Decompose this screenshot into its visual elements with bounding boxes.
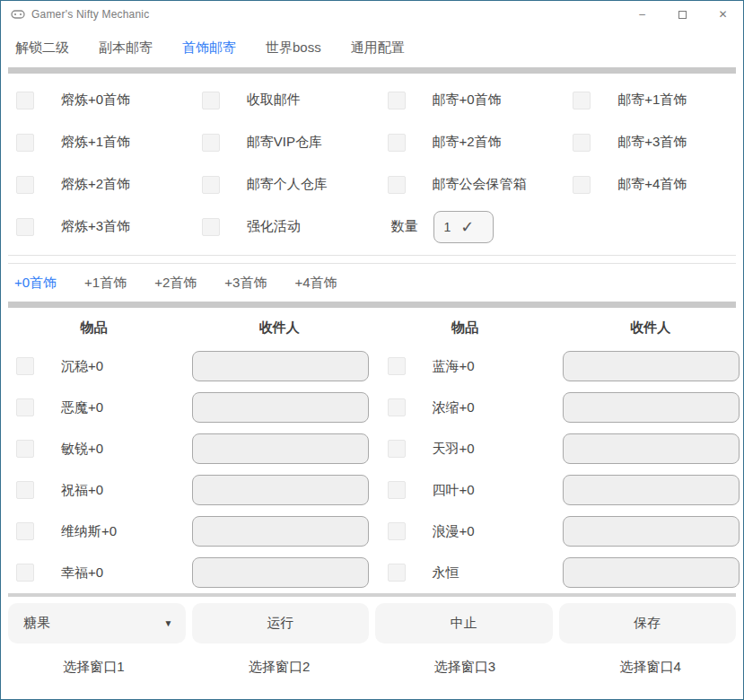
footer-actions: 糖果 ▼ 运行 中止 保存 (8, 603, 736, 643)
item-label: 浓缩+0 (433, 399, 475, 416)
item-type-dropdown[interactable]: 糖果 ▼ (8, 603, 186, 643)
checkbox-enhance-event[interactable] (202, 218, 220, 236)
checkbox-label: 邮寄+0首饰 (433, 92, 502, 109)
tab-world-boss[interactable]: 世界boss (266, 39, 321, 57)
checkbox-label: 强化活动 (247, 218, 301, 235)
checkbox-smelt-1[interactable] (16, 134, 34, 152)
subtab-plus0[interactable]: +0首饰 (14, 275, 57, 292)
separator-bar-thin (8, 593, 736, 597)
checkbox-label: 邮寄VIP仓库 (247, 134, 322, 151)
item-label: 幸福+0 (61, 564, 103, 582)
tab-dungeon-mail[interactable]: 副本邮寄 (99, 39, 153, 57)
main-tab-bar: 解锁二级 副本邮寄 首饰邮寄 世界boss 通用配置 (1, 28, 743, 67)
subtab-plus1[interactable]: +1首饰 (84, 275, 127, 292)
select-window-1[interactable]: 选择窗口1 (1, 659, 187, 676)
checkbox-mail-0[interactable] (388, 92, 406, 109)
recipient-input[interactable] (563, 351, 740, 381)
subtab-plus4[interactable]: +4首饰 (294, 275, 337, 292)
recipient-input[interactable] (192, 475, 369, 505)
window-selector-row: 选择窗口1 选择窗口2 选择窗口3 选择窗口4 (1, 643, 743, 690)
item-label: 永恒 (433, 564, 460, 582)
recipient-input[interactable] (192, 351, 369, 381)
recipient-input[interactable] (563, 433, 740, 464)
options-row: 熔炼+3首饰 强化活动 数量 1 ✓ (1, 206, 743, 248)
checkbox-item[interactable] (16, 481, 34, 499)
checkbox-item[interactable] (388, 564, 406, 582)
recipient-input[interactable] (192, 516, 369, 547)
checkbox-smelt-3[interactable] (16, 218, 34, 236)
column-header-item: 物品 (1, 319, 187, 337)
checkbox-item[interactable] (16, 522, 34, 540)
recipient-input[interactable] (192, 433, 369, 464)
mail-row: 沉稳+0 蓝海+0 (1, 346, 743, 387)
checkbox-label: 邮寄+4首饰 (617, 176, 687, 193)
tab-jewelry-mail[interactable]: 首饰邮寄 (182, 39, 236, 57)
select-window-3[interactable]: 选择窗口3 (372, 659, 558, 676)
checkbox-smelt-2[interactable] (16, 176, 34, 194)
checkbox-item[interactable] (16, 564, 34, 582)
mail-table-header: 物品 收件人 物品 收件人 (1, 310, 743, 346)
column-header-item: 物品 (372, 319, 558, 337)
checkbox-label: 收取邮件 (247, 92, 301, 109)
minimize-icon[interactable]: – (622, 1, 662, 28)
app-gamepad-icon (11, 7, 25, 22)
checkbox-item[interactable] (16, 357, 34, 375)
maximize-icon[interactable] (662, 1, 703, 28)
app-window: Gamer's Nifty Mechanic – ✕ 解锁二级 副本邮寄 首饰邮… (0, 0, 744, 700)
select-window-2[interactable]: 选择窗口2 (187, 659, 372, 676)
checkbox-label: 邮寄+1首饰 (617, 92, 687, 109)
recipient-input[interactable] (563, 557, 740, 588)
checkbox-item[interactable] (388, 522, 406, 540)
checkbox-item[interactable] (388, 440, 406, 458)
item-label: 祝福+0 (61, 482, 103, 499)
run-button[interactable]: 运行 (192, 603, 370, 643)
recipient-input[interactable] (563, 475, 740, 505)
options-row: 熔炼+2首饰 邮寄个人仓库 邮寄公会保管箱 邮寄+4首饰 (1, 163, 743, 206)
checkbox-mail-2[interactable] (388, 134, 406, 152)
subtab-plus2[interactable]: +2首饰 (154, 275, 197, 292)
checkbox-item[interactable] (388, 357, 406, 375)
quantity-label: 数量 (391, 218, 418, 235)
checkbox-mail-vip-storage[interactable] (202, 134, 220, 152)
checkbox-mail-personal-storage[interactable] (202, 176, 220, 194)
checkbox-mail-guild-box[interactable] (388, 176, 406, 194)
save-button[interactable]: 保存 (559, 603, 737, 643)
checkbox-mail-4[interactable] (573, 176, 591, 194)
recipient-input[interactable] (563, 392, 740, 423)
checkbox-item[interactable] (16, 398, 34, 416)
tab-unlock-secondary[interactable]: 解锁二级 (15, 39, 69, 57)
recipient-input[interactable] (192, 557, 369, 588)
item-label: 浪漫+0 (433, 523, 475, 540)
subtab-plus3[interactable]: +3首饰 (224, 275, 267, 292)
checkbox-item[interactable] (388, 398, 406, 416)
window-controls: – ✕ (622, 1, 743, 28)
item-label: 天羽+0 (433, 441, 475, 458)
checkbox-collect-mail[interactable] (202, 92, 220, 109)
item-label: 四叶+0 (433, 482, 475, 499)
stop-button[interactable]: 中止 (375, 603, 553, 643)
checkbox-mail-1[interactable] (573, 92, 591, 109)
options-row: 熔炼+1首饰 邮寄VIP仓库 邮寄+2首饰 邮寄+3首饰 (1, 121, 743, 163)
chevron-down-icon: ▼ (164, 618, 173, 628)
item-label: 维纳斯+0 (61, 523, 117, 540)
options-row: 熔炼+0首饰 收取邮件 邮寄+0首饰 邮寄+1首饰 (1, 79, 743, 121)
options-section: 熔炼+0首饰 收取邮件 邮寄+0首饰 邮寄+1首饰 熔炼+1首饰 邮寄VIP仓库… (1, 74, 743, 251)
select-window-4[interactable]: 选择窗口4 (557, 659, 743, 676)
checkbox-smelt-0[interactable] (16, 92, 34, 109)
checkbox-item[interactable] (388, 481, 406, 499)
column-header-recipient: 收件人 (187, 319, 372, 337)
checkbox-item[interactable] (16, 440, 34, 458)
tab-general-config[interactable]: 通用配置 (351, 39, 405, 57)
close-icon[interactable]: ✕ (703, 1, 743, 28)
quantity-selector[interactable]: 1 ✓ (433, 211, 494, 243)
recipient-input[interactable] (192, 392, 369, 423)
checkbox-mail-3[interactable] (573, 134, 591, 152)
title-bar: Gamer's Nifty Mechanic – ✕ (1, 1, 743, 28)
double-divider (8, 255, 736, 264)
item-label: 恶魔+0 (61, 399, 103, 416)
mail-row: 恶魔+0 浓缩+0 (1, 387, 743, 428)
item-label: 敏锐+0 (61, 441, 103, 458)
checkbox-label: 邮寄+3首饰 (617, 134, 687, 151)
recipient-input[interactable] (563, 516, 740, 547)
checkbox-label: 熔炼+3首饰 (61, 218, 130, 235)
